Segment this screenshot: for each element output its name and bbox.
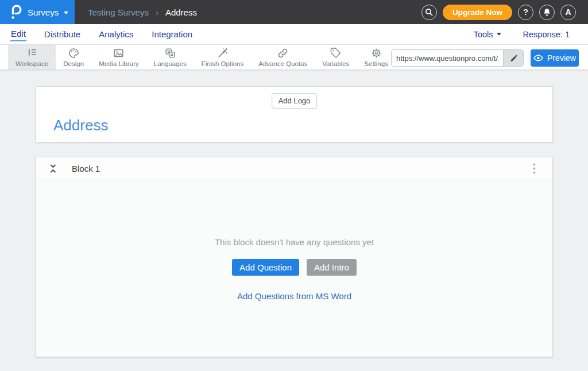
avatar-initial: A <box>565 7 571 17</box>
breadcrumb: Testing Surveys › Address <box>88 7 197 17</box>
collapse-icon <box>49 164 57 173</box>
image-icon <box>113 47 125 59</box>
product-name: Surveys <box>28 7 59 17</box>
block-actions: Add Question Add Intro <box>232 259 357 276</box>
survey-title[interactable]: Address <box>53 117 108 134</box>
svg-text:A: A <box>170 52 173 57</box>
notifications-button[interactable] <box>539 5 555 20</box>
tab-edit[interactable]: Edit <box>10 28 26 41</box>
toolbar-item-label: Variables <box>322 60 349 67</box>
toolbar-item-label: Advance Quotas <box>258 60 307 67</box>
toolbar-item-label: Languages <box>154 60 187 67</box>
help-button[interactable]: ? <box>518 5 533 20</box>
search-button[interactable] <box>421 5 437 20</box>
workspace-icon <box>26 47 38 59</box>
toolbar-item-media-library[interactable]: Media Library <box>91 45 146 69</box>
block-title[interactable]: Block 1 <box>72 164 100 173</box>
add-question-button[interactable]: Add Question <box>232 259 299 276</box>
magic-wand-icon <box>216 47 229 59</box>
tab-distribute[interactable]: Distribute <box>44 28 81 41</box>
chevron-down-icon <box>497 33 501 36</box>
block-header: Block 1 <box>36 157 552 180</box>
header-actions: Upgrade Now ? A <box>421 5 588 20</box>
toolbar-item-finish-options[interactable]: Finish Options <box>194 45 252 69</box>
toolbar-item-settings[interactable]: Settings <box>357 45 396 69</box>
breadcrumb-separator-icon: › <box>156 7 158 17</box>
survey-url-input[interactable] <box>392 50 503 66</box>
preview-label: Preview <box>547 53 576 63</box>
questionpro-logo-icon <box>10 4 22 20</box>
block-menu-button[interactable] <box>528 163 540 175</box>
toolbar-item-label: Finish Options <box>202 60 244 67</box>
response-count[interactable]: Response: 1 <box>523 30 570 39</box>
pencil-icon <box>509 54 517 62</box>
tools-label: Tools <box>474 30 493 39</box>
breadcrumb-current: Address <box>165 7 197 17</box>
tab-analytics[interactable]: Analytics <box>98 28 134 41</box>
toolbar-item-variables[interactable]: Variables <box>315 45 357 69</box>
tab-integration[interactable]: Integration <box>151 28 193 41</box>
toolbar-item-advance-quotas[interactable]: Advance Quotas <box>251 45 315 69</box>
toolbar-item-label: Media Library <box>99 60 139 67</box>
gear-icon <box>370 47 382 59</box>
toolbar-item-label: Workspace <box>16 60 48 67</box>
collapse-block-button[interactable] <box>49 164 58 174</box>
block-empty-state: This block doesn't have any questions ye… <box>36 180 552 357</box>
top-header: Surveys Testing Surveys › Address Upgrad… <box>0 0 588 24</box>
toolbar-item-label: Settings <box>364 60 388 67</box>
survey-url-group <box>391 49 524 67</box>
palette-icon <box>68 47 80 59</box>
edit-url-button[interactable] <box>503 50 523 66</box>
nav-right: Tools Response: 1 <box>474 30 578 39</box>
upgrade-now-button[interactable]: Upgrade Now <box>443 5 512 20</box>
breadcrumb-parent[interactable]: Testing Surveys <box>88 7 149 17</box>
preview-button[interactable]: Preview <box>531 49 579 67</box>
question-mark-icon: ? <box>523 7 528 17</box>
product-switcher[interactable]: Surveys <box>0 0 75 24</box>
eye-icon <box>533 55 543 61</box>
toolbar-item-workspace[interactable]: Workspace <box>8 45 56 69</box>
tools-menu[interactable]: Tools <box>474 30 501 39</box>
toolbar-item-languages[interactable]: A Languages <box>146 45 194 69</box>
toolbar-item-label: Design <box>63 60 84 67</box>
add-logo-button[interactable]: Add Logo <box>272 93 318 109</box>
tag-icon <box>330 47 342 59</box>
avatar[interactable]: A <box>560 5 576 20</box>
toolbar-item-design[interactable]: Design <box>56 45 91 69</box>
search-icon <box>424 7 434 17</box>
translate-icon: A <box>164 47 176 59</box>
empty-block-message: This block doesn't have any questions ye… <box>215 237 374 247</box>
kebab-icon <box>533 163 536 174</box>
chain-link-icon <box>277 47 289 59</box>
add-intro-button[interactable]: Add Intro <box>307 259 357 276</box>
chevron-down-icon <box>64 11 68 14</box>
survey-header-card: Add Logo Address <box>36 86 553 142</box>
nav-tabs-row: Edit Distribute Analytics Integration To… <box>0 24 588 45</box>
add-questions-from-ms-word-link[interactable]: Add Questions from MS Word <box>237 291 351 301</box>
bell-icon <box>543 7 551 17</box>
block-card: Block 1 This block doesn't have any ques… <box>36 157 553 357</box>
